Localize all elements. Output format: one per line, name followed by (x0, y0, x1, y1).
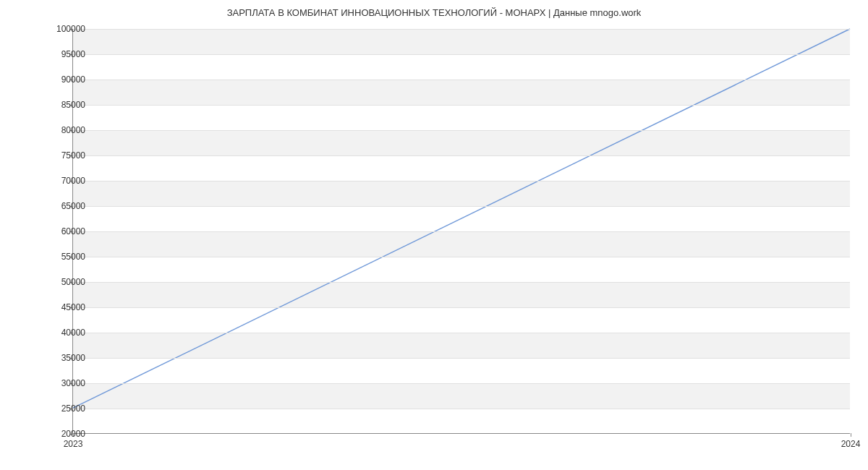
x-tick-label: 2023 (64, 439, 83, 449)
y-tick-label: 60000 (13, 226, 85, 236)
y-tick-label: 40000 (13, 328, 85, 338)
y-tick-label: 30000 (13, 378, 85, 388)
y-tick-label: 50000 (13, 277, 85, 287)
y-tick-label: 35000 (13, 353, 85, 363)
grid-line (73, 282, 850, 283)
y-tick-label: 90000 (13, 74, 85, 85)
x-tick-mark (851, 433, 851, 437)
grid-line (73, 206, 850, 207)
grid-line (73, 155, 850, 156)
y-tick-label: 55000 (13, 252, 85, 262)
grid-line (73, 383, 850, 384)
y-tick-label: 25000 (13, 403, 85, 414)
y-tick-label: 75000 (13, 150, 85, 161)
y-tick-label: 65000 (13, 201, 85, 211)
y-tick-label: 20000 (13, 429, 85, 439)
grid-line (73, 231, 850, 232)
y-tick-label: 45000 (13, 302, 85, 312)
grid-line (73, 29, 850, 30)
grid-line (73, 105, 850, 106)
y-tick-label: 70000 (13, 176, 85, 186)
chart-container: ЗАРПЛАТА В КОМБИНАТ ИННОВАЦИОННЫХ ТЕХНОЛ… (0, 0, 868, 470)
grid-line (73, 257, 850, 257)
y-tick-label: 85000 (13, 100, 85, 110)
grid-line (73, 409, 850, 409)
grid-line (73, 181, 850, 181)
grid-line (73, 307, 850, 308)
plot-area: 20232024 (72, 29, 850, 434)
y-tick-label: 80000 (13, 125, 85, 135)
grid-line (73, 333, 850, 333)
grid-line (73, 80, 850, 80)
y-tick-label: 95000 (13, 49, 85, 59)
grid-line (73, 54, 850, 55)
grid-line (73, 130, 850, 131)
grid-line (73, 358, 850, 359)
chart-title: ЗАРПЛАТА В КОМБИНАТ ИННОВАЦИОННЫХ ТЕХНОЛ… (0, 7, 868, 18)
data-line (73, 29, 850, 408)
x-tick-label: 2024 (841, 439, 861, 449)
y-tick-label: 100000 (13, 24, 85, 34)
